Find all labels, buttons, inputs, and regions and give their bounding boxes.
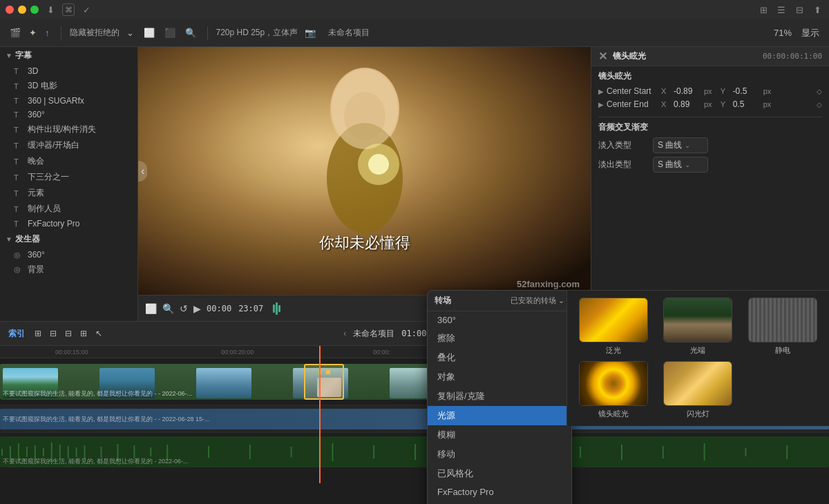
- generator-section-header[interactable]: ▼ 发生器: [0, 231, 137, 248]
- ruler-mark-2: 00:00:20:00: [221, 349, 254, 356]
- svg-rect-24: [291, 447, 292, 457]
- minus-icon[interactable]: ⊟: [793, 3, 806, 16]
- selected-clip[interactable]: ⏸ ⏹: [304, 364, 344, 400]
- thumb-item-flash[interactable]: 闪光灯: [658, 361, 737, 419]
- left-item-fxfactory-label: FxFactory Pro: [28, 219, 79, 229]
- play-btn[interactable]: ▶: [193, 303, 201, 314]
- fade-out-row: 淡出类型 S 曲线 ⌄: [598, 157, 822, 173]
- transition-item-light[interactable]: 光源: [428, 406, 571, 425]
- preview-time-current: 00:00: [207, 304, 231, 313]
- left-item-buffer-label: 缓冲器/开场白: [28, 139, 79, 151]
- left-item-component[interactable]: T 构件出现/构件消失: [0, 122, 137, 137]
- center-start-label: Center Start: [607, 86, 658, 96]
- speed-icon[interactable]: ↺: [180, 303, 188, 314]
- share-icon[interactable]: ↑: [42, 26, 53, 39]
- tl-tool-2[interactable]: ⊟: [47, 327, 59, 340]
- thumb-item-forest[interactable]: 光端: [658, 298, 737, 356]
- fade-in-select[interactable]: S 曲线 ⌄: [653, 137, 708, 153]
- thumb-item-static[interactable]: 静电: [743, 298, 822, 356]
- preview-background: 你却未必懂得 52fanxing.com: [138, 47, 591, 295]
- effect-icon[interactable]: ✦: [26, 26, 39, 39]
- left-item-background[interactable]: ◎ 背景: [0, 262, 137, 278]
- transition-item-stylize[interactable]: 已风格化: [428, 464, 571, 483]
- tl-tool-4[interactable]: ⊞: [77, 327, 90, 340]
- tl-time: 01:00: [401, 329, 426, 338]
- close-button[interactable]: [6, 6, 14, 14]
- tl-tool-3[interactable]: ⊟: [62, 327, 75, 340]
- ce-keyframe-diamond[interactable]: ◇: [817, 101, 822, 108]
- app-icon[interactable]: 🎬: [7, 26, 23, 39]
- grid-icon[interactable]: ⊞: [757, 3, 770, 16]
- subtitle-arrow: ▼: [6, 52, 12, 59]
- tl-tool-1[interactable]: ⊞: [32, 327, 44, 340]
- search-icon[interactable]: 🔍: [182, 26, 199, 39]
- camera-icon[interactable]: 📷: [302, 26, 318, 39]
- transition-item-object[interactable]: 对象: [428, 367, 571, 387]
- thumb-item-flare[interactable]: 泛光: [574, 298, 653, 356]
- fullscreen-button[interactable]: [30, 6, 39, 14]
- left-item-buffer[interactable]: T 缓冲器/开场白: [0, 137, 137, 153]
- ce-expand-arrow[interactable]: ▶: [598, 101, 604, 108]
- cs-keyframe-diamond[interactable]: ◇: [817, 88, 822, 95]
- thumb-visual-flare: [580, 298, 647, 342]
- tl-tool-5[interactable]: ↖: [93, 327, 105, 340]
- transition-item-spectral[interactable]: Spectral Transitions Multipack: [428, 501, 571, 504]
- left-item-element[interactable]: T 元素: [0, 185, 137, 201]
- left-item-credits[interactable]: T 制作人员: [0, 201, 137, 217]
- subtitle-section-header[interactable]: ▼ 字幕: [0, 47, 137, 64]
- left-item-lower3rd-label: 下三分之一: [28, 171, 69, 183]
- audio-clip[interactable]: 不要试图窥探我的生活, 能看见的, 都是我想让你看见的 - 2022-06-..…: [0, 436, 829, 467]
- ce-y-value[interactable]: 0.5: [733, 99, 761, 109]
- svg-rect-9: [26, 447, 28, 457]
- list-icon[interactable]: ☰: [775, 3, 788, 16]
- left-item-360-sugar[interactable]: T 360 | SUGARfx: [0, 94, 137, 108]
- transition-item-dissolve[interactable]: 叠化: [428, 348, 571, 367]
- left-item-3d[interactable]: T 3D: [0, 64, 137, 78]
- left-item-gen-360[interactable]: ◎ 360°: [0, 248, 137, 262]
- ce-x-value[interactable]: 0.89: [674, 99, 701, 109]
- left-item-360-sugar-label: 360 | SUGARfx: [28, 96, 84, 106]
- tl-prev-btn[interactable]: ‹: [341, 327, 349, 340]
- prev-arrow-icon: ‹: [141, 165, 144, 177]
- filmstrip-icon[interactable]: ⬛: [162, 26, 178, 39]
- thumb-label-flare: 泛光: [606, 345, 621, 356]
- check-icon[interactable]: ✓: [80, 3, 93, 16]
- monitor-icon[interactable]: ⬜: [141, 26, 158, 39]
- fade-out-select[interactable]: S 曲线 ⌄: [653, 157, 708, 173]
- transition-item-wipe[interactable]: 擦除: [428, 329, 571, 348]
- scrubber-line[interactable]: [319, 346, 321, 483]
- transition-item-replicator[interactable]: 复制器/克隆: [428, 387, 571, 406]
- toolbar-sep-2: [207, 26, 208, 40]
- close-right-panel-icon[interactable]: ✕: [598, 50, 607, 63]
- zoom-control[interactable]: 71%: [771, 26, 794, 39]
- transition-item-move[interactable]: 移动: [428, 445, 571, 464]
- left-item-360[interactable]: T 360°: [0, 108, 137, 122]
- thumb-item-lens[interactable]: 镜头眩光: [574, 361, 653, 419]
- audio-clip-label: 不要试图窥探我的生活, 能看见的, 都是我想让你看见的 - 2022-06-..…: [3, 457, 189, 466]
- cs-expand-arrow[interactable]: ▶: [598, 88, 604, 95]
- cs-x-value[interactable]: -0.89: [674, 86, 701, 96]
- svg-rect-23: [249, 445, 251, 459]
- transition-item-blur[interactable]: 模糊: [428, 425, 571, 445]
- minimize-button[interactable]: [18, 6, 26, 14]
- lens-flare-title: 镜头眩光: [598, 70, 822, 82]
- zoom-icon[interactable]: 🔍: [162, 303, 174, 314]
- ce-y-unit: px: [763, 100, 772, 108]
- t-icon-credits: T: [14, 205, 23, 213]
- clip-icon[interactable]: ⬜: [145, 303, 157, 314]
- transition-item-360[interactable]: 360°: [428, 311, 571, 329]
- right-panel-timecode: 00:00:00:1:00: [763, 52, 822, 61]
- cs-y-value[interactable]: -0.5: [733, 86, 761, 96]
- expand-icon[interactable]: ⌄: [124, 26, 137, 39]
- share-icon-tb[interactable]: ⬆: [811, 3, 823, 16]
- left-item-party[interactable]: T 晚会: [0, 153, 137, 169]
- transition-item-fxfactory[interactable]: FxFactory Pro: [428, 483, 571, 501]
- left-item-lower3rd[interactable]: T 下三分之一: [0, 169, 137, 185]
- left-item-fxfactory[interactable]: T FxFactory Pro: [0, 217, 137, 231]
- key-icon[interactable]: ⌘: [62, 3, 75, 16]
- download-icon[interactable]: ⬇: [44, 3, 57, 16]
- svg-rect-33: [663, 446, 664, 458]
- fade-out-value: S 曲线: [658, 159, 682, 171]
- display-btn[interactable]: 显示: [799, 26, 822, 41]
- left-item-3d-movie[interactable]: T 3D 电影: [0, 78, 137, 94]
